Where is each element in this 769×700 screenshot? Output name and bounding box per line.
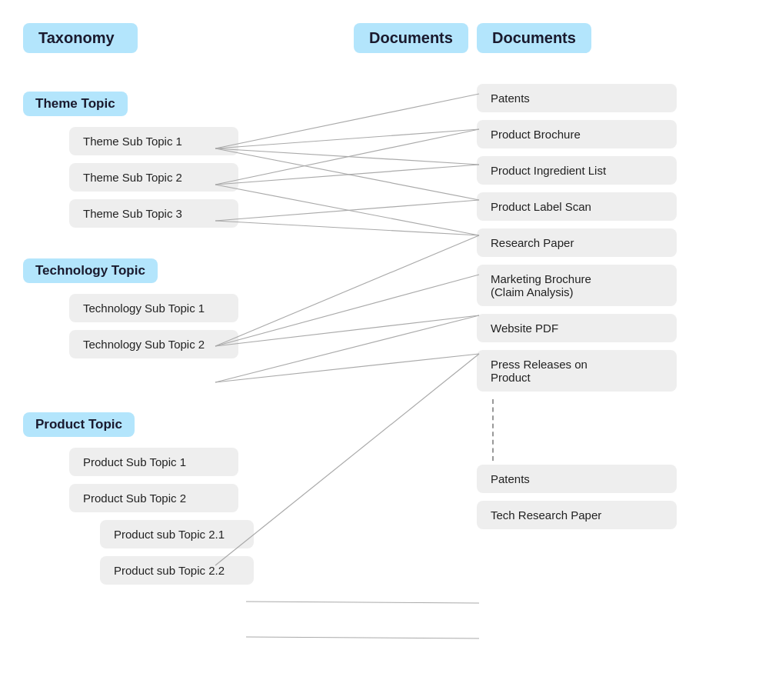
tech-topic-group: Technology Topic Technology Sub Topic 1 …	[23, 251, 300, 358]
doc-tech-research-paper[interactable]: Tech Research Paper	[477, 501, 677, 529]
doc-marketing-brochure[interactable]: Marketing Brochure(Claim Analysis)	[477, 265, 677, 306]
theme-topic-header: Theme Topic	[23, 92, 128, 116]
product-sub-topic-2[interactable]: Product Sub Topic 2	[69, 484, 238, 512]
doc-research-paper[interactable]: Research Paper	[477, 228, 677, 257]
theme-topic-group: Theme Topic Theme Sub Topic 1 Theme Sub …	[23, 84, 300, 228]
theme-sub-topic-2[interactable]: Theme Sub Topic 2	[69, 163, 238, 192]
product-sub-topic-1[interactable]: Product Sub Topic 1	[69, 448, 238, 476]
taxonomy-column: Taxonomy Theme Topic Theme Sub Topic 1 T…	[23, 23, 300, 592]
product-topic-group: Product Topic Product Sub Topic 1 Produc…	[23, 405, 300, 585]
doc-press-releases[interactable]: Press Releases onProduct	[477, 350, 677, 392]
tech-sub-topic-2[interactable]: Technology Sub Topic 2	[69, 330, 238, 358]
theme-sub-topic-1[interactable]: Theme Sub Topic 1	[69, 127, 238, 155]
product-topic-header: Product Topic	[23, 412, 135, 437]
dashed-separator	[492, 399, 700, 461]
doc-product-label[interactable]: Product Label Scan	[477, 192, 677, 221]
svg-line-15	[246, 602, 479, 603]
svg-line-16	[246, 637, 479, 638]
doc-patents-1[interactable]: Patents	[477, 84, 677, 112]
product-sub-topic-2-2[interactable]: Product sub Topic 2.2	[100, 556, 254, 585]
tech-sub-topic-1[interactable]: Technology Sub Topic 1	[69, 294, 238, 322]
lower-docs: Patents Tech Research Paper	[477, 465, 700, 529]
documents-header-label: Documents	[477, 23, 591, 53]
doc-website-pdf[interactable]: Website PDF	[477, 314, 677, 342]
doc-product-ingredient[interactable]: Product Ingredient List	[477, 156, 677, 185]
taxonomy-header-label: Taxonomy	[23, 23, 130, 53]
upper-docs: Patents Product Brochure Product Ingredi…	[477, 84, 700, 392]
tech-topic-header: Technology Topic	[23, 258, 158, 283]
documents-column: Documents Patents Product Brochure Produ…	[477, 23, 700, 537]
doc-patents-2[interactable]: Patents	[477, 465, 677, 493]
theme-sub-topic-3[interactable]: Theme Sub Topic 3	[69, 199, 238, 228]
product-sub-topic-2-1[interactable]: Product sub Topic 2.1	[100, 520, 254, 548]
doc-product-brochure[interactable]: Product Brochure	[477, 120, 677, 148]
